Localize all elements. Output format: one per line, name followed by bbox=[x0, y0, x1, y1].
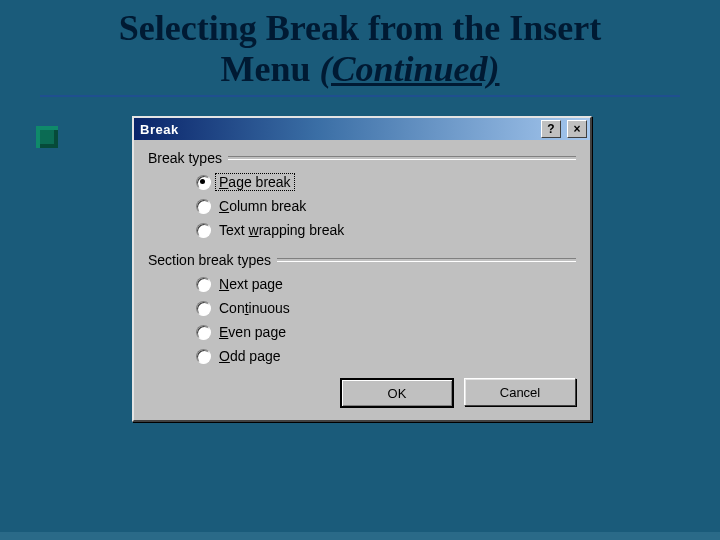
radio-label: Odd page bbox=[219, 348, 281, 364]
close-button[interactable]: × bbox=[567, 120, 587, 138]
help-button[interactable]: ? bbox=[541, 120, 561, 138]
slide-title: Selecting Break from the Insert Menu (Co… bbox=[40, 8, 680, 91]
radio-odd-page[interactable]: Odd page bbox=[196, 344, 576, 368]
group-divider bbox=[228, 156, 576, 160]
title-line-1: Selecting Break from the Insert bbox=[119, 8, 602, 48]
section-break-radios: Next page Continuous Even page Odd page bbox=[196, 272, 576, 368]
radio-icon bbox=[196, 277, 211, 292]
slide: Selecting Break from the Insert Menu (Co… bbox=[0, 8, 720, 540]
group-break-types-label: Break types bbox=[148, 150, 222, 166]
cancel-button[interactable]: Cancel bbox=[464, 378, 576, 406]
radio-continuous[interactable]: Continuous bbox=[196, 296, 576, 320]
radio-icon bbox=[196, 175, 211, 190]
radio-label: Page break bbox=[215, 173, 295, 191]
radio-icon bbox=[196, 325, 211, 340]
radio-page-break[interactable]: Page break bbox=[196, 170, 576, 194]
break-dialog: Break ? × Break types Page break Colu bbox=[132, 116, 592, 422]
radio-icon bbox=[196, 223, 211, 238]
radio-label: Column break bbox=[219, 198, 306, 214]
title-divider bbox=[40, 95, 680, 97]
group-break-types: Break types bbox=[148, 150, 576, 166]
dialog-titlebar[interactable]: Break ? × bbox=[134, 118, 590, 140]
radio-label: Next page bbox=[219, 276, 283, 292]
ok-button-label: OK bbox=[388, 386, 407, 401]
title-line-2b: (Continued) bbox=[319, 49, 499, 89]
dialog-body: Break types Page break Column break Text… bbox=[134, 140, 590, 420]
cancel-button-label: Cancel bbox=[500, 385, 540, 400]
dialog-button-row: OK Cancel bbox=[148, 378, 576, 408]
bottom-bar bbox=[0, 532, 720, 540]
ok-button[interactable]: OK bbox=[340, 378, 454, 408]
radio-icon bbox=[196, 301, 211, 316]
radio-icon bbox=[196, 349, 211, 364]
close-icon: × bbox=[573, 123, 580, 135]
group-section-types-label: Section break types bbox=[148, 252, 271, 268]
radio-column-break[interactable]: Column break bbox=[196, 194, 576, 218]
bullet-square-icon bbox=[36, 126, 58, 148]
radio-label: Continuous bbox=[219, 300, 290, 316]
help-icon: ? bbox=[547, 123, 554, 135]
radio-label: Even page bbox=[219, 324, 286, 340]
radio-next-page[interactable]: Next page bbox=[196, 272, 576, 296]
group-section-break-types: Section break types bbox=[148, 252, 576, 268]
radio-label: Text wrapping break bbox=[219, 222, 344, 238]
dialog-title-text: Break bbox=[140, 122, 535, 137]
radio-text-wrapping-break[interactable]: Text wrapping break bbox=[196, 218, 576, 242]
radio-icon bbox=[196, 199, 211, 214]
radio-even-page[interactable]: Even page bbox=[196, 320, 576, 344]
title-line-2a: Menu bbox=[220, 49, 319, 89]
group-divider bbox=[277, 258, 576, 262]
break-type-radios: Page break Column break Text wrapping br… bbox=[196, 170, 576, 242]
